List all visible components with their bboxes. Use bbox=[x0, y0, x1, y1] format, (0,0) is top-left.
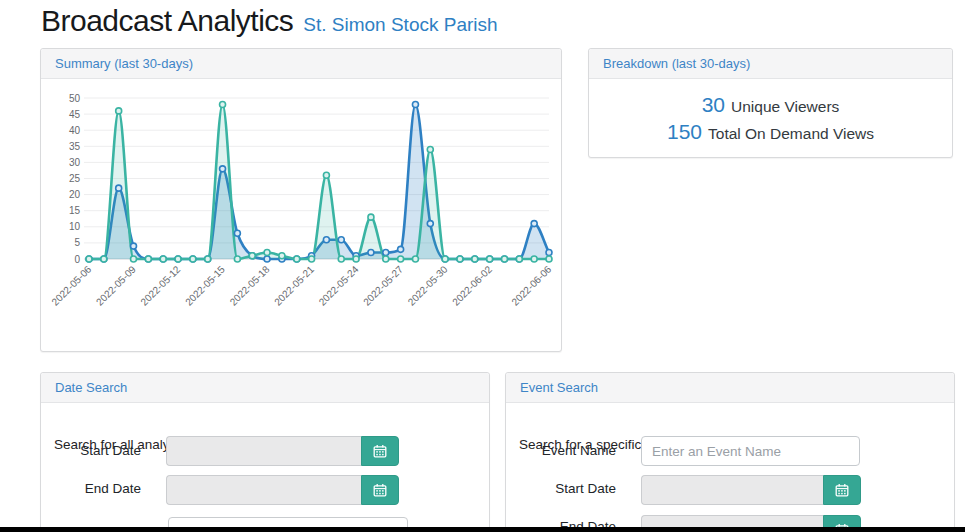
summary-panel-header: Summary (last 30-days) bbox=[41, 49, 561, 79]
svg-text:2022-05-09: 2022-05-09 bbox=[94, 263, 138, 307]
calendar-icon bbox=[835, 483, 849, 497]
event-name-input[interactable] bbox=[641, 436, 860, 466]
summary-chart-container: 051015202530354045502022-05-062022-05-09… bbox=[41, 80, 561, 352]
event-search-panel: Event Search Search for a specific event… bbox=[505, 372, 955, 532]
svg-text:10: 10 bbox=[69, 221, 81, 232]
date-search-panel: Date Search Search for all analytics for… bbox=[40, 372, 490, 532]
svg-text:40: 40 bbox=[69, 125, 81, 136]
svg-text:45: 45 bbox=[69, 109, 81, 120]
breakdown-panel: Breakdown (last 30-days) 30Unique Viewer… bbox=[588, 48, 953, 158]
svg-text:2022-06-06: 2022-06-06 bbox=[509, 263, 553, 307]
svg-text:2022-05-18: 2022-05-18 bbox=[228, 263, 272, 307]
calendar-icon bbox=[373, 483, 387, 497]
breakdown-stats: 30Unique Viewers 150Total On Demand View… bbox=[589, 79, 952, 157]
event-start-date-input[interactable] bbox=[641, 475, 823, 505]
on-demand-views-value: 150 bbox=[667, 120, 702, 143]
event-start-date-calendar-button[interactable] bbox=[823, 475, 861, 505]
end-date-input[interactable] bbox=[166, 475, 361, 505]
calendar-icon bbox=[373, 444, 387, 458]
page-subtitle: St. Simon Stock Parish bbox=[303, 14, 497, 36]
svg-text:2022-05-27: 2022-05-27 bbox=[361, 263, 405, 307]
start-date-label: Start Date bbox=[41, 437, 141, 465]
svg-text:35: 35 bbox=[69, 141, 81, 152]
unique-viewers-label: Unique Viewers bbox=[731, 98, 839, 115]
screenshot-edge-bar bbox=[0, 527, 965, 532]
svg-text:15: 15 bbox=[69, 205, 81, 216]
date-search-panel-header: Date Search bbox=[41, 373, 489, 403]
on-demand-views-stat: 150Total On Demand Views bbox=[667, 120, 874, 144]
svg-text:5: 5 bbox=[74, 237, 80, 248]
unique-viewers-value: 30 bbox=[702, 93, 725, 116]
svg-text:2022-05-21: 2022-05-21 bbox=[272, 263, 316, 307]
svg-text:2022-05-24: 2022-05-24 bbox=[317, 263, 361, 307]
event-search-panel-header: Event Search bbox=[506, 373, 954, 403]
svg-text:2022-05-15: 2022-05-15 bbox=[183, 263, 227, 307]
start-date-input[interactable] bbox=[166, 436, 361, 466]
summary-panel: Summary (last 30-days) 05101520253035404… bbox=[40, 48, 562, 352]
breakdown-panel-header: Breakdown (last 30-days) bbox=[589, 49, 952, 79]
svg-text:0: 0 bbox=[74, 254, 80, 265]
svg-text:2022-05-12: 2022-05-12 bbox=[138, 263, 182, 307]
svg-text:20: 20 bbox=[69, 189, 81, 200]
on-demand-views-label: Total On Demand Views bbox=[708, 125, 874, 142]
svg-text:2022-05-30: 2022-05-30 bbox=[406, 263, 450, 307]
event-name-label: Event Name bbox=[506, 437, 616, 465]
svg-text:2022-06-02: 2022-06-02 bbox=[450, 263, 494, 307]
svg-text:50: 50 bbox=[69, 93, 81, 104]
end-date-label: End Date bbox=[41, 475, 141, 503]
end-date-calendar-button[interactable] bbox=[361, 475, 399, 505]
page-header: Broadcast Analytics St. Simon Stock Pari… bbox=[41, 4, 498, 38]
svg-text:30: 30 bbox=[69, 157, 81, 168]
event-start-date-label: Start Date bbox=[506, 475, 616, 503]
page-title: Broadcast Analytics bbox=[41, 4, 293, 38]
svg-text:25: 25 bbox=[69, 173, 81, 184]
summary-line-chart: 051015202530354045502022-05-062022-05-09… bbox=[41, 80, 561, 352]
svg-text:2022-05-06: 2022-05-06 bbox=[49, 263, 93, 307]
unique-viewers-stat: 30Unique Viewers bbox=[702, 93, 840, 117]
start-date-calendar-button[interactable] bbox=[361, 436, 399, 466]
broadcast-analytics-page: Broadcast Analytics St. Simon Stock Pari… bbox=[0, 0, 965, 532]
